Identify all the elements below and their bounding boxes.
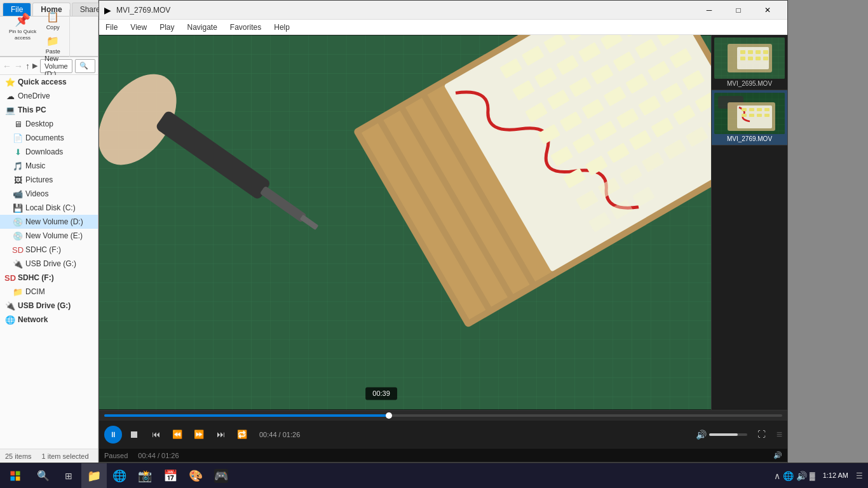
clock[interactable]: 1:12 AM [818, 471, 853, 480]
back-button[interactable]: ← [3, 59, 11, 73]
new-volume-d-item[interactable]: 💿 New Volume (D:) [0, 215, 98, 229]
refresh-button[interactable]: ▶ [32, 59, 37, 73]
local-disk-icon: 💾 [13, 203, 23, 213]
svg-rect-173 [16, 471, 20, 475]
media-player-titlebar: ▶ MVI_2769.MOV ─ □ ✕ [99, 1, 787, 20]
task-view-taskbar[interactable]: ⊞ [56, 463, 81, 489]
volume-icon[interactable]: 🔊 [696, 430, 707, 440]
paste-button[interactable]: 📁 Paste [41, 34, 64, 57]
desktop-item[interactable]: 🖥 Desktop [0, 117, 98, 131]
maximize-button[interactable]: □ [724, 1, 753, 20]
menu-play[interactable]: Play [153, 20, 180, 35]
usb-drive-g2-item[interactable]: 🔌 USB Drive (G:) [0, 299, 98, 313]
dcim-icon: 📁 [13, 287, 23, 297]
pin-label: Pin to Quickaccess [9, 29, 36, 41]
copy-icon: 📋 [46, 11, 59, 23]
network-item[interactable]: 🌐 Network [0, 313, 98, 327]
copy-button[interactable]: 📋 Copy [41, 10, 64, 32]
photos-taskbar[interactable]: 📸 [132, 463, 158, 489]
quick-access-item[interactable]: ⭐ Quick access [0, 75, 98, 89]
dcim-item[interactable]: 📁 DCIM [0, 285, 98, 299]
volume-bar[interactable] [709, 433, 747, 436]
svg-rect-139 [763, 50, 768, 54]
downloads-item[interactable]: ⬇ Downloads [0, 145, 98, 159]
ribbon-content: 📌 Pin to Quickaccess 📋 Copy 📁 Paste [0, 17, 98, 57]
address-path[interactable]: New Volume (D:) [40, 59, 72, 73]
sdhc-f2-item[interactable]: SD SDHC (F:) [0, 271, 98, 285]
menu-file[interactable]: File [99, 20, 124, 35]
svg-rect-172 [11, 471, 15, 475]
videos-item[interactable]: 📹 Videos [0, 187, 98, 201]
thumbnail-item-2[interactable]: MVI_2769.MOV [712, 90, 787, 146]
forward-button[interactable]: → [14, 59, 23, 73]
selected-count: 1 item selected [42, 452, 89, 460]
tray-up-arrow[interactable]: ∧ [774, 471, 780, 481]
time-display: 00:44 / 01:26 [259, 431, 300, 438]
svg-rect-165 [749, 108, 754, 111]
game-taskbar[interactable]: 🎮 [208, 463, 234, 489]
stop-button[interactable]: ⏹ [125, 425, 144, 444]
menu-help[interactable]: Help [268, 20, 296, 35]
usb-drive-g-item[interactable]: 🔌 USB Drive (G:) [0, 257, 98, 271]
notification-button[interactable]: ☰ [856, 471, 863, 480]
svg-rect-166 [757, 108, 762, 111]
sdhc-f2-icon: SD [5, 273, 15, 283]
onedrive-item[interactable]: ☁ OneDrive [0, 89, 98, 103]
fast-forward-button[interactable]: ⏩ [189, 425, 208, 444]
minimize-button[interactable]: ─ [695, 1, 724, 20]
file-explorer-taskbar[interactable]: 📁 [81, 463, 107, 489]
svg-rect-142 [756, 57, 761, 60]
more-options-button[interactable]: ≡ [776, 429, 782, 440]
svg-rect-168 [742, 114, 747, 117]
next-frame-button[interactable]: ⏭ [211, 425, 230, 444]
local-disk-item[interactable]: 💾 Local Disk (C:) [0, 201, 98, 215]
edge-taskbar[interactable]: 🌐 [107, 463, 132, 489]
media-player-content: 00:39 [99, 35, 787, 410]
svg-rect-164 [742, 108, 747, 111]
menu-navigate[interactable]: Navigate [180, 20, 223, 35]
slow-motion-button[interactable]: 🔁 [233, 425, 252, 444]
volume-fill [709, 433, 738, 436]
close-button[interactable]: ✕ [753, 1, 782, 20]
svg-rect-138 [756, 50, 761, 54]
this-pc-item[interactable]: 💻 This PC [0, 103, 98, 117]
tray-network[interactable]: 🌐 [783, 471, 794, 481]
sdhc-f-item[interactable]: SD SDHC (F:) [0, 243, 98, 257]
time-status: 00:44 / 01:26 [138, 452, 179, 459]
new-volume-e-item[interactable]: 💿 New Volume (E:) [0, 229, 98, 243]
up-button[interactable]: ↑ [25, 59, 30, 73]
progress-track [104, 414, 782, 417]
fullscreen-button[interactable]: ⛶ [752, 425, 771, 444]
taskbar: 🔍 ⊞ 📁 🌐 📸 📅 🎨 🎮 ∧ 🌐 🔊 ▓ 1:12 A [0, 463, 868, 488]
paint-taskbar[interactable]: 🎨 [183, 463, 208, 489]
documents-item[interactable]: 📄 Documents [0, 131, 98, 145]
svg-rect-170 [757, 114, 762, 117]
start-button[interactable] [0, 463, 31, 489]
progress-thumb[interactable] [386, 412, 392, 419]
usb-drive-g2-icon: 🔌 [5, 301, 15, 311]
calendar-taskbar[interactable]: 📅 [158, 463, 183, 489]
new-volume-e-icon: 💿 [13, 231, 23, 241]
menu-favorites[interactable]: Favorites [224, 20, 268, 35]
music-item[interactable]: 🎵 Music [0, 159, 98, 173]
video-viewport[interactable]: 00:39 [99, 35, 711, 410]
thumbnail-item-1[interactable]: MVI_2695.MOV [712, 35, 787, 90]
svg-rect-136 [740, 50, 745, 54]
prev-frame-button[interactable]: ⏮ [146, 425, 165, 444]
search-box[interactable]: 🔍 [75, 59, 95, 73]
search-icon: 🔍 [79, 62, 88, 70]
progress-fill [104, 414, 389, 417]
rewind-button[interactable]: ⏪ [168, 425, 187, 444]
window-buttons: ─ □ ✕ [695, 1, 782, 20]
ribbon-area: File Home Share 📌 Pin to Quickaccess 📋 [0, 0, 98, 57]
search-taskbar[interactable]: 🔍 [31, 463, 56, 489]
pin-to-quick-access-button[interactable]: 📌 Pin to Quickaccess [5, 10, 40, 57]
progress-bar[interactable] [99, 410, 787, 421]
play-pause-button[interactable]: ⏸ [104, 426, 122, 444]
menu-view[interactable]: View [124, 20, 153, 35]
navigation-tree: ⭐ Quick access ☁ OneDrive 💻 This PC 🖥 De… [0, 75, 98, 449]
pictures-item[interactable]: 🖼 Pictures [0, 173, 98, 187]
svg-rect-143 [763, 57, 768, 60]
tray-volume[interactable]: 🔊 [796, 471, 807, 481]
tray-battery: ▓ [810, 471, 815, 480]
